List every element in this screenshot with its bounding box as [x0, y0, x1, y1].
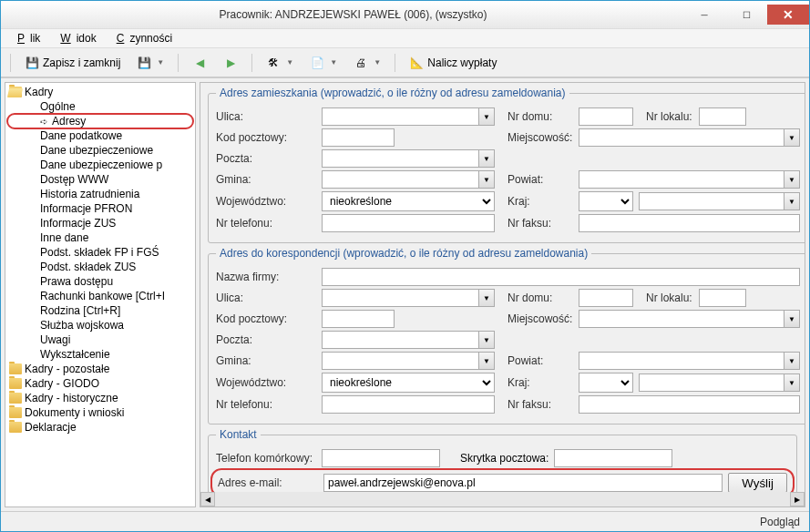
- email-input[interactable]: [323, 474, 723, 492]
- tel-kom-input[interactable]: [322, 449, 440, 467]
- tree-item-pfron[interactable]: Informacje PFRON: [7, 201, 193, 216]
- tree-folder-pozostale[interactable]: Kadry - pozostałe: [7, 362, 193, 376]
- tree-item-dane-ubezp-p[interactable]: Dane ubezpieczeniowe p: [7, 158, 193, 172]
- tree-item-dostep-www[interactable]: Dostęp WWW: [7, 172, 193, 187]
- dropdown-icon[interactable]: ▼: [784, 352, 800, 370]
- tools-button[interactable]: 🛠 ▼: [260, 52, 300, 74]
- tree-item-adresy[interactable]: ➪ Adresy: [7, 114, 193, 128]
- label-nr-tel: Nr telefonu:: [216, 217, 316, 230]
- gmina-input[interactable]: [322, 170, 478, 189]
- main-window: Pracownik: ANDRZEJEWSKI PAWEŁ (006), (ws…: [0, 0, 810, 532]
- kraj2-input[interactable]: [639, 373, 784, 392]
- woj2-select[interactable]: nieokreślone: [322, 373, 495, 393]
- skrytka-input[interactable]: [554, 449, 672, 467]
- tree-item-skladek-zus[interactable]: Podst. składek ZUS: [7, 260, 193, 274]
- horizontal-scrollbar[interactable]: ◀ ▶: [200, 492, 805, 506]
- miejscowosc2-input[interactable]: [579, 310, 784, 328]
- tree-folder-historyczne[interactable]: Kadry - historyczne: [7, 391, 193, 405]
- powiat2-input[interactable]: [579, 352, 784, 370]
- kraj-input[interactable]: [639, 192, 784, 210]
- main-panel: Adres zamieszkania (wprowadzić, o ile ró…: [200, 82, 805, 507]
- tree-item-inne[interactable]: Inne dane: [7, 230, 193, 245]
- tree-item-rodzina[interactable]: Rodzina [Ctrl+R]: [7, 303, 193, 318]
- label-kraj: Kraj:: [500, 195, 573, 208]
- folder-icon: [9, 422, 22, 433]
- dropdown-icon[interactable]: ▼: [478, 289, 495, 307]
- printer-icon: 🖨: [354, 56, 368, 70]
- print-button[interactable]: 🖨 ▼: [347, 52, 387, 74]
- back-button[interactable]: ◀: [186, 52, 213, 74]
- kod-input[interactable]: [322, 128, 395, 147]
- close-button[interactable]: ✕: [767, 5, 809, 25]
- kod2-input[interactable]: [322, 310, 395, 328]
- tree-item-ogolne[interactable]: Ogólne: [7, 99, 193, 114]
- tree-root-kadry[interactable]: Kadry: [7, 85, 193, 99]
- label-poczta: Poczta:: [216, 152, 316, 165]
- dropdown-icon[interactable]: ▼: [478, 331, 495, 349]
- section-adres-koresp: Adres do korespondencji (wprowadzić, o i…: [208, 247, 805, 425]
- scroll-left-icon[interactable]: ◀: [200, 492, 215, 506]
- kraj2-code-select[interactable]: [579, 373, 633, 393]
- powiat-input[interactable]: [579, 170, 784, 189]
- miejscowosc-input[interactable]: [579, 128, 784, 147]
- maximize-button[interactable]: ☐: [725, 5, 767, 25]
- dropdown-icon[interactable]: ▼: [784, 373, 800, 392]
- view-button[interactable]: 📄 ▼: [303, 52, 343, 74]
- save-close-button[interactable]: 💾 Zapisz i zamknij: [18, 52, 127, 74]
- gmina2-input[interactable]: [322, 352, 478, 370]
- tree-item-sluzba[interactable]: Służba wojskowa: [7, 318, 193, 332]
- tree-item-dane-podatkowe[interactable]: Dane podatkowe: [7, 128, 193, 143]
- legend-1: Adres zamieszkania (wprowadzić, o ile ró…: [216, 87, 569, 99]
- minimize-button[interactable]: ─: [683, 5, 725, 25]
- tree-folder-deklaracje[interactable]: Deklaracje: [7, 420, 193, 435]
- save-button[interactable]: 💾 ▼: [130, 52, 170, 74]
- wyslij-button[interactable]: Wyślij: [728, 473, 787, 493]
- tree-folder-dokumenty[interactable]: Dokumenty i wnioski: [7, 405, 193, 420]
- dropdown-icon[interactable]: ▼: [784, 170, 800, 189]
- dropdown-icon[interactable]: ▼: [784, 192, 800, 210]
- woj-select[interactable]: nieokreślone: [322, 191, 495, 211]
- tree-item-fp-fgs[interactable]: Podst. składek FP i FGŚ: [7, 245, 193, 260]
- nr-faksu2-input[interactable]: [579, 395, 800, 414]
- dropdown-icon[interactable]: ▼: [478, 107, 495, 126]
- arrow-right-icon: ▶: [223, 56, 238, 70]
- nr-lokalu2-input[interactable]: [699, 289, 746, 307]
- ulica2-input[interactable]: [322, 289, 478, 307]
- tree-folder-giodo[interactable]: Kadry - GIODO: [7, 376, 193, 391]
- dropdown-icon[interactable]: ▼: [478, 170, 495, 189]
- tree-item-historia[interactable]: Historia zatrudnienia: [7, 187, 193, 201]
- tree-item-prawa[interactable]: Prawa dostępu: [7, 274, 193, 289]
- nr-tel2-input[interactable]: [322, 395, 495, 414]
- nr-domu2-input[interactable]: [579, 289, 633, 307]
- file-icon: 📄: [310, 56, 324, 70]
- scroll-right-icon[interactable]: ▶: [790, 492, 805, 506]
- poczta2-input[interactable]: [322, 331, 478, 349]
- dropdown-icon[interactable]: ▼: [478, 149, 495, 168]
- dropdown-icon[interactable]: ▼: [784, 128, 800, 147]
- ulica-input[interactable]: [322, 107, 478, 126]
- nr-tel-input[interactable]: [322, 214, 495, 232]
- tree-item-zus[interactable]: Informacje ZUS: [7, 216, 193, 230]
- label-woj: Województwo:: [216, 195, 316, 208]
- dropdown-icon[interactable]: ▼: [478, 352, 495, 370]
- tree-item-dane-ubezp[interactable]: Dane ubezpieczeniowe: [7, 143, 193, 158]
- nr-domu-input[interactable]: [579, 107, 633, 126]
- label-powiat2: Powiat:: [500, 354, 573, 367]
- label-kraj2: Kraj:: [500, 376, 573, 389]
- tree-item-rachunki[interactable]: Rachunki bankowe [Ctrl+I: [7, 289, 193, 303]
- nalicz-button[interactable]: 📐 Nalicz wypłaty: [403, 52, 503, 74]
- nr-lokalu-input[interactable]: [699, 107, 746, 126]
- tree-item-wyksztalcenie[interactable]: Wykształcenie: [7, 347, 193, 362]
- menu-widok[interactable]: Widok: [49, 30, 101, 46]
- kraj-code-select[interactable]: [579, 191, 633, 211]
- tree-item-uwagi[interactable]: Uwagi: [7, 332, 193, 347]
- sidebar-tree[interactable]: Kadry Ogólne ➪ Adresy Dane podatkowe Dan…: [5, 82, 196, 507]
- nr-faksu-input[interactable]: [579, 214, 800, 232]
- menu-czynnosci[interactable]: Czynności: [106, 30, 178, 46]
- forward-button[interactable]: ▶: [217, 52, 244, 74]
- dropdown-icon[interactable]: ▼: [784, 310, 800, 328]
- folder-icon: [9, 363, 22, 374]
- menu-plik[interactable]: Plik: [6, 30, 46, 46]
- poczta-input[interactable]: [322, 149, 478, 168]
- nazwa-firmy-input[interactable]: [322, 268, 800, 286]
